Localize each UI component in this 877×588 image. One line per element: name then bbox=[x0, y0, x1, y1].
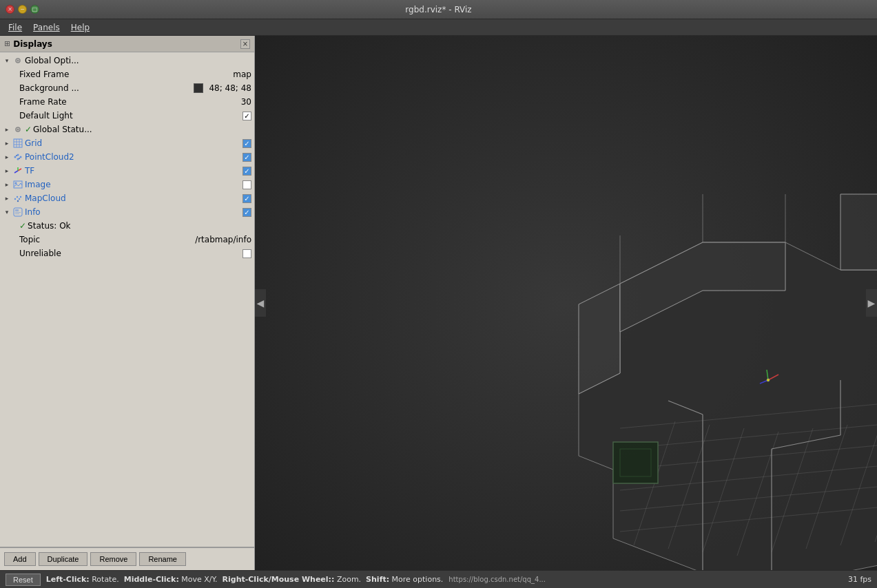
status-ok-checkmark: ✓ bbox=[19, 221, 26, 231]
viewport-right-arrow[interactable]: ▶ bbox=[866, 289, 877, 317]
image-label: Image bbox=[25, 180, 241, 189]
svg-point-9 bbox=[14, 156, 17, 158]
url-text: https://blog.csdn.net/qq_4... bbox=[448, 576, 546, 583]
default-light-checkbox[interactable] bbox=[243, 112, 251, 120]
duplicate-button[interactable]: Duplicate bbox=[39, 552, 88, 566]
global-status-label: Global Statu... bbox=[33, 125, 251, 134]
maximize-button[interactable]: □ bbox=[30, 5, 39, 14]
menu-help[interactable]: Help bbox=[65, 21, 95, 34]
svg-point-22 bbox=[19, 198, 20, 200]
add-button[interactable]: Add bbox=[4, 552, 36, 566]
svg-rect-27 bbox=[15, 212, 21, 213]
3d-viewport[interactable]: ◀ ▶ bbox=[255, 36, 877, 570]
tf-icon bbox=[12, 165, 23, 176]
unreliable-label: Unreliable bbox=[19, 249, 241, 258]
tree-item-default-light[interactable]: Default Light bbox=[0, 109, 254, 123]
topic-value: /rtabmap/info bbox=[195, 235, 251, 244]
left-panel: ⊞ Displays × ▾ Global Opti... Fixed Fram… bbox=[0, 36, 255, 570]
info-label: Info bbox=[25, 207, 241, 217]
pointcloud2-checkbox[interactable] bbox=[243, 153, 251, 162]
svg-point-74 bbox=[767, 379, 770, 381]
tree-item-pointcloud2[interactable]: ▸ PointCloud2 bbox=[0, 150, 254, 164]
info-checkbox[interactable] bbox=[243, 208, 251, 217]
svg-point-3 bbox=[17, 129, 19, 131]
left-panel-empty bbox=[0, 492, 254, 547]
svg-point-14 bbox=[19, 158, 20, 159]
fixed-frame-label: Fixed Frame bbox=[19, 70, 230, 79]
tree-item-global-status[interactable]: ▸ ✓ Global Statu... bbox=[0, 123, 254, 136]
window-controls: × − □ bbox=[6, 5, 39, 14]
expand-mapcloud[interactable]: ▸ bbox=[3, 194, 11, 202]
3d-scene bbox=[255, 36, 877, 570]
tree-item-background[interactable]: Background ... 48; 48; 48 bbox=[0, 81, 254, 95]
mapcloud-icon bbox=[12, 193, 23, 204]
expand-info[interactable]: ▾ bbox=[3, 208, 11, 216]
background-label: Background ... bbox=[19, 83, 191, 93]
tree-item-unreliable[interactable]: Unreliable bbox=[0, 246, 254, 260]
remove-button[interactable]: Remove bbox=[90, 552, 136, 566]
frame-rate-value: 30 bbox=[241, 97, 251, 107]
expand-tf[interactable]: ▸ bbox=[3, 167, 11, 175]
menu-file[interactable]: File bbox=[3, 21, 28, 34]
background-color-swatch bbox=[194, 83, 203, 93]
tree-item-status-ok[interactable]: ✓ Status: Ok bbox=[0, 219, 254, 233]
tree-item-info[interactable]: ▾ Info bbox=[0, 205, 254, 219]
tree-item-image[interactable]: ▸ Image bbox=[0, 178, 254, 191]
menubar: File Panels Help bbox=[0, 19, 877, 36]
panel-buttons: Add Duplicate Remove Rename bbox=[0, 547, 254, 570]
info-icon bbox=[12, 207, 23, 218]
expand-global-status[interactable]: ▸ bbox=[3, 125, 11, 134]
expand-image[interactable]: ▸ bbox=[3, 180, 11, 189]
viewport-left-arrow[interactable]: ◀ bbox=[255, 289, 266, 317]
svg-point-23 bbox=[20, 196, 21, 198]
displays-header: ⊞ Displays × bbox=[0, 36, 254, 52]
tree-item-tf[interactable]: ▸ TF bbox=[0, 164, 254, 178]
reset-button[interactable]: Reset bbox=[6, 574, 41, 586]
global-status-icon bbox=[12, 124, 23, 135]
svg-point-13 bbox=[16, 155, 17, 156]
status-text: Left-Click: Rotate. Middle-Click: Move X… bbox=[46, 575, 444, 584]
svg-point-24 bbox=[17, 200, 19, 202]
svg-rect-18 bbox=[14, 181, 22, 188]
svg-point-21 bbox=[17, 196, 18, 198]
tf-checkbox[interactable] bbox=[243, 167, 251, 176]
svg-point-20 bbox=[14, 198, 16, 200]
mapcloud-label: MapCloud bbox=[25, 193, 241, 203]
expand-grid[interactable]: ▸ bbox=[3, 139, 11, 147]
tree-item-global-opts[interactable]: ▾ Global Opti... bbox=[0, 54, 254, 67]
mapcloud-checkbox[interactable] bbox=[243, 194, 251, 203]
tree-item-topic[interactable]: Topic /rtabmap/info bbox=[0, 233, 254, 246]
titlebar: × − □ rgbd.rviz* - RViz bbox=[0, 0, 877, 19]
unreliable-checkbox[interactable] bbox=[243, 249, 251, 258]
tree-item-mapcloud[interactable]: ▸ MapCloud bbox=[0, 191, 254, 205]
close-button[interactable]: × bbox=[6, 5, 14, 14]
rename-button[interactable]: Rename bbox=[139, 552, 186, 566]
tree-panel[interactable]: ▾ Global Opti... Fixed Frame map Backgro… bbox=[0, 52, 254, 492]
global-status-checkmark: ✓ bbox=[25, 125, 32, 134]
default-light-label: Default Light bbox=[19, 111, 241, 120]
gear-icon bbox=[12, 55, 23, 66]
expand-pointcloud2[interactable]: ▸ bbox=[3, 153, 11, 161]
tree-item-frame-rate[interactable]: Frame Rate 30 bbox=[0, 95, 254, 109]
svg-rect-28 bbox=[15, 213, 19, 214]
status-ok-label: Status: Ok bbox=[28, 221, 251, 231]
image-icon bbox=[12, 179, 23, 190]
grid-icon bbox=[12, 138, 23, 149]
fps-counter: 31 fps bbox=[848, 575, 871, 584]
panel-close-button[interactable]: × bbox=[240, 39, 250, 49]
expand-global-opts[interactable]: ▾ bbox=[3, 56, 11, 65]
tree-item-grid[interactable]: ▸ Grid bbox=[0, 136, 254, 150]
tree-item-fixed-frame[interactable]: Fixed Frame map bbox=[0, 67, 254, 81]
window-title: rgbd.rviz* - RViz bbox=[405, 5, 471, 14]
frame-rate-label: Frame Rate bbox=[19, 97, 238, 107]
fixed-frame-value: map bbox=[233, 70, 251, 79]
pointcloud2-icon bbox=[12, 151, 23, 162]
minimize-button[interactable]: − bbox=[18, 5, 27, 14]
svg-point-11 bbox=[20, 156, 22, 158]
image-checkbox[interactable] bbox=[243, 180, 251, 189]
global-opts-label: Global Opti... bbox=[25, 56, 251, 65]
grid-checkbox[interactable] bbox=[243, 139, 251, 148]
displays-title: Displays bbox=[13, 39, 52, 49]
svg-point-1 bbox=[17, 60, 19, 62]
menu-panels[interactable]: Panels bbox=[28, 21, 65, 34]
